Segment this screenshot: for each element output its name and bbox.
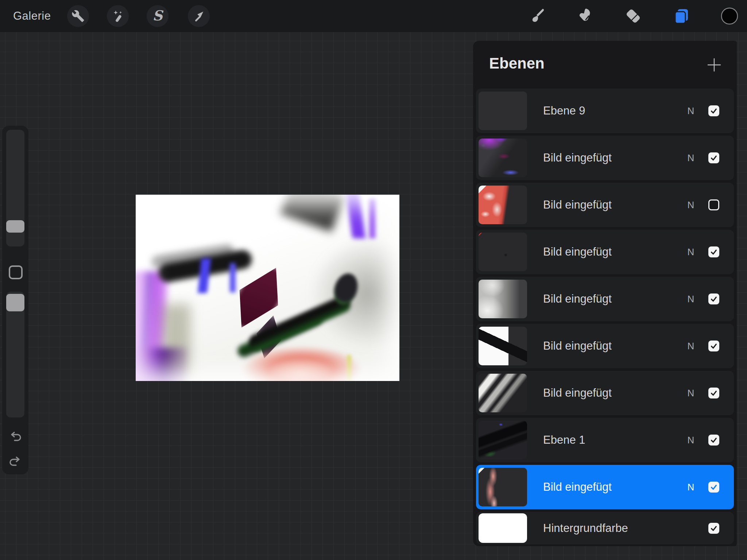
layer-visibility-checkbox[interactable] — [708, 388, 719, 398]
brush-size-handle[interactable] — [6, 220, 24, 233]
color-swatch-button[interactable] — [717, 4, 742, 28]
checkmark-icon — [709, 106, 718, 115]
layer-name: Bild eingefügt — [543, 481, 684, 494]
checkmark-icon — [709, 342, 718, 350]
eraser-icon — [624, 7, 643, 26]
modify-button[interactable] — [9, 265, 23, 279]
artwork-white-vignette — [136, 195, 399, 381]
selection-button[interactable]: S — [147, 5, 169, 27]
layers-panel-header: Ebenen — [473, 41, 737, 89]
layer-row[interactable]: Ebene 9N — [476, 89, 734, 133]
layer-row[interactable]: Bild eingefügtN — [476, 371, 734, 415]
actions-button[interactable] — [67, 5, 89, 27]
layer-name: Ebene 1 — [543, 433, 684, 447]
layer-row[interactable]: Bild eingefügtN — [476, 136, 734, 180]
checkmark-icon — [709, 436, 718, 444]
layer-thumbnail[interactable] — [479, 280, 527, 318]
layer-visibility-checkbox[interactable] — [708, 523, 719, 534]
blend-mode-badge[interactable]: N — [684, 435, 698, 446]
layer-thumbnail[interactable] — [479, 421, 527, 459]
checkmark-icon — [709, 295, 718, 303]
erase-tool-button[interactable] — [621, 4, 646, 28]
layer-name: Ebene 9 — [543, 104, 684, 117]
layer-row[interactable]: Bild eingefügtN — [476, 183, 734, 227]
checkmark-icon — [709, 248, 718, 256]
layer-visibility-checkbox[interactable] — [708, 105, 719, 116]
redo-button[interactable] — [7, 453, 23, 469]
smudge-icon — [576, 7, 595, 26]
layer-visibility-checkbox[interactable] — [708, 293, 719, 304]
paint-tool-button[interactable] — [525, 4, 549, 28]
layer-visibility-checkbox[interactable] — [708, 341, 719, 351]
layer-thumbnail[interactable] — [479, 468, 527, 506]
blend-mode-badge[interactable]: N — [684, 105, 698, 117]
paintbrush-icon — [527, 7, 546, 26]
layer-visibility-checkbox[interactable] — [708, 246, 719, 257]
layers-panel-title: Ebenen — [489, 55, 545, 72]
blend-mode-badge[interactable]: N — [684, 199, 698, 211]
add-layer-button[interactable] — [707, 58, 721, 72]
layer-name: Bild eingefügt — [543, 292, 684, 306]
layer-name: Bild eingefügt — [543, 245, 684, 258]
layer-thumbnail[interactable] — [479, 139, 527, 177]
blend-mode-badge[interactable]: N — [684, 152, 698, 164]
layers-panel: Ebenen Ebene 9NBild eingefügtNBild einge… — [473, 41, 737, 546]
transform-arrow-icon — [192, 9, 206, 23]
layer-thumbnail[interactable] — [479, 92, 527, 130]
blend-mode-badge[interactable]: N — [684, 293, 698, 305]
layers-icon — [672, 6, 692, 26]
layer-thumbnail[interactable] — [479, 513, 527, 543]
layers-panel-button[interactable] — [669, 4, 694, 28]
layer-name: Hintergrundfarbe — [543, 522, 684, 535]
blend-mode-badge[interactable]: N — [684, 388, 698, 399]
layer-name: Bild eingefügt — [543, 151, 684, 164]
sidebar — [2, 126, 28, 474]
checkmark-icon — [709, 483, 718, 491]
layer-list: Ebene 9NBild eingefügtNBild eingefügtNBi… — [473, 89, 737, 544]
layer-visibility-checkbox[interactable] — [708, 199, 719, 210]
checkmark-icon — [709, 389, 718, 397]
checkmark-icon — [709, 153, 718, 162]
checkmark-icon — [709, 524, 718, 533]
layer-thumbnail[interactable] — [479, 374, 527, 412]
layer-thumbnail[interactable] — [479, 186, 527, 224]
transform-button[interactable] — [188, 5, 210, 27]
plus-icon — [707, 58, 721, 72]
opacity-handle[interactable] — [6, 294, 24, 311]
magic-wand-icon — [111, 9, 125, 23]
canvas-artwork[interactable] — [136, 195, 399, 381]
top-toolbar: Galerie S — [0, 0, 747, 32]
undo-icon — [8, 429, 23, 443]
layer-thumbnail[interactable] — [479, 233, 527, 271]
blend-mode-badge[interactable]: N — [684, 246, 698, 258]
layer-name: Bild eingefügt — [543, 198, 684, 211]
layer-name: Bild eingefügt — [543, 386, 684, 400]
undo-button[interactable] — [7, 428, 23, 444]
blend-mode-badge[interactable]: N — [684, 341, 698, 352]
redo-icon — [8, 454, 23, 468]
adjustments-button[interactable] — [107, 5, 129, 27]
layer-visibility-checkbox[interactable] — [708, 152, 719, 163]
layer-visibility-checkbox[interactable] — [708, 482, 719, 493]
wrench-icon — [71, 9, 85, 23]
layer-row[interactable]: Bild eingefügtN — [476, 277, 734, 321]
blend-mode-badge[interactable]: N — [684, 482, 698, 493]
layer-row[interactable]: Ebene 1N — [476, 418, 734, 462]
layer-visibility-checkbox[interactable] — [708, 435, 719, 446]
layer-row[interactable]: Bild eingefügtN — [476, 465, 734, 509]
gallery-button[interactable]: Galerie — [13, 0, 51, 32]
layer-row-background[interactable]: Hintergrundfarbe — [476, 512, 734, 544]
layer-thumbnail[interactable] — [479, 327, 527, 365]
smudge-tool-button[interactable] — [573, 4, 597, 28]
layer-row[interactable]: Bild eingefügtN — [476, 324, 734, 368]
layer-name: Bild eingefügt — [543, 339, 684, 353]
color-swatch-icon — [720, 6, 739, 26]
selection-s-icon: S — [152, 7, 162, 24]
layer-row[interactable]: Bild eingefügtN — [476, 230, 734, 274]
